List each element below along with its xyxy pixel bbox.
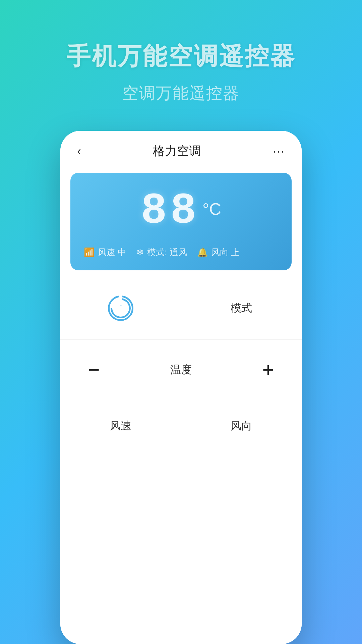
fan-speed-button[interactable]: 风速 — [60, 400, 181, 452]
temperature-value: 88 — [141, 190, 200, 233]
fan-dir-label: 风向 — [231, 419, 252, 433]
wind-speed-label: 风速 中 — [98, 247, 126, 258]
wind-dir-icon: 🔔 — [197, 247, 208, 258]
phone-mockup: ‹ 格力空调 ··· 88 °C 📶 风速 中 ❄ 模式: 通风 🔔 风向 上 — [60, 131, 302, 644]
temp-decrease-button[interactable]: − — [80, 358, 107, 381]
temp-increase-button[interactable]: + — [255, 358, 282, 381]
wind-dir-label: 风向 上 — [211, 247, 240, 258]
wind-speed-icon: 📶 — [84, 247, 95, 258]
mode-label: 模式: 通风 — [147, 247, 187, 258]
bottom-spacer — [60, 452, 302, 644]
wind-dir-status: 🔔 风向 上 — [197, 247, 240, 258]
mode-button[interactable]: 模式 — [181, 282, 302, 334]
more-button[interactable]: ··· — [273, 144, 285, 158]
wind-speed-status: 📶 风速 中 — [84, 247, 126, 258]
app-title: 手机万能空调遥控器 — [66, 40, 296, 72]
temperature-unit: °C — [202, 200, 221, 219]
mode-icon: ❄ — [136, 247, 144, 258]
temperature-display: 88 °C — [84, 190, 278, 233]
mode-status: ❄ 模式: 通风 — [136, 247, 187, 258]
phone-navbar: ‹ 格力空调 ··· — [60, 131, 302, 166]
fan-direction-button[interactable]: 风向 — [181, 400, 302, 452]
temperature-status-bar: 📶 风速 中 ❄ 模式: 通风 🔔 风向 上 — [84, 247, 278, 258]
back-button[interactable]: ‹ — [77, 144, 81, 158]
power-icon — [108, 296, 133, 321]
screen-title: 格力空调 — [153, 143, 201, 159]
fan-controls-row: 风速 风向 — [60, 400, 302, 452]
controls-area: 模式 − 温度 + 风速 风向 — [60, 277, 302, 644]
power-button[interactable] — [60, 277, 181, 339]
fan-speed-label: 风速 — [110, 419, 131, 433]
temperature-control-row: − 温度 + — [60, 340, 302, 400]
power-mode-row: 模式 — [60, 277, 302, 340]
temp-control-label: 温度 — [170, 363, 192, 377]
temperature-panel: 88 °C 📶 风速 中 ❄ 模式: 通风 🔔 风向 上 — [70, 173, 292, 270]
mode-label: 模式 — [231, 301, 252, 316]
header-section: 手机万能空调遥控器 空调万能遥控器 — [46, 0, 316, 131]
app-subtitle: 空调万能遥控器 — [66, 83, 296, 104]
